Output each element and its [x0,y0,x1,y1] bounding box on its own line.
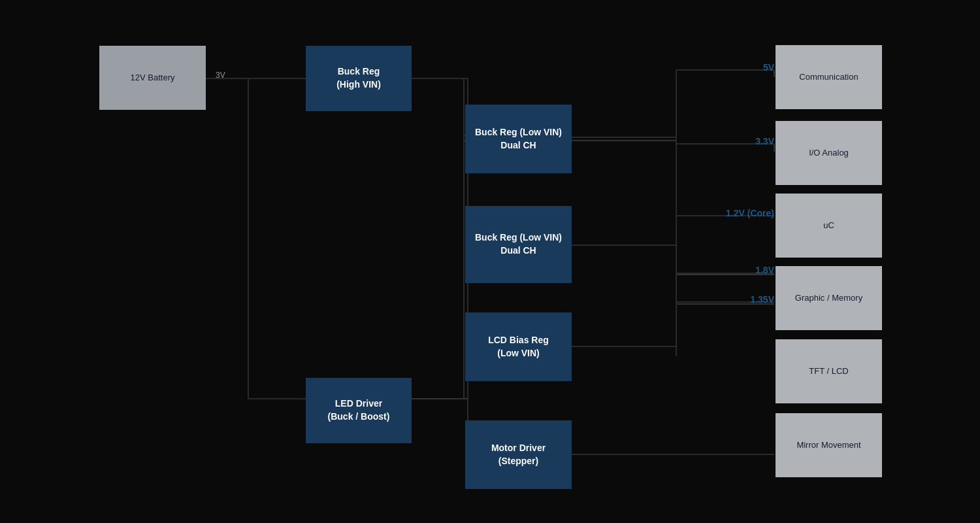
lcd-bias-box: LCD Bias Reg (Low VIN) [465,312,572,381]
io-analog-label: I/O Analog [809,147,849,159]
buck-low-1-label: Buck Reg (Low VIN) Dual CH [475,126,562,152]
led-driver-label: LED Driver (Buck / Boost) [328,397,390,423]
motor-driver-label: Motor Driver (Stepper) [491,442,546,467]
communication-output-box: Communication [776,45,882,109]
voltage-33v: 3.3V [728,136,774,146]
graphic-memory-label: Graphic / Memory [795,292,862,304]
buck-high-label: Buck Reg (High VIN) [336,65,381,91]
battery-label: 12V Battery [131,72,175,84]
led-driver-box: LED Driver (Buck / Boost) [306,378,412,443]
uc-label: uC [823,220,834,231]
voltage-18v: 1.8V [735,265,774,275]
system-diagram: 12V Battery 3V Buck Reg (High VIN) Buck … [0,0,980,523]
uc-output-box: uC [776,194,882,258]
voltage-12v-core: 1.2V (Core) [709,208,774,218]
mirror-movement-label: Mirror Movement [796,439,860,451]
motor-driver-box: Motor Driver (Stepper) [465,420,572,489]
mirror-movement-output-box: Mirror Movement [776,413,882,477]
io-analog-output-box: I/O Analog [776,121,882,185]
buck-low-2-label: Buck Reg (Low VIN) Dual CH [475,231,562,257]
voltage-5v: 5V [735,62,774,73]
tft-lcd-output-box: TFT / LCD [776,339,882,403]
buck-reg-high-vin-box: Buck Reg (High VIN) [306,46,412,111]
buck-reg-low-vin-1-box: Buck Reg (Low VIN) Dual CH [465,105,572,173]
graphic-memory-output-box: Graphic / Memory [776,266,882,330]
connector-label: 3V [216,71,225,80]
voltage-135v: 1.35V [728,294,774,305]
tft-lcd-label: TFT / LCD [809,365,848,377]
lcd-bias-label: LCD Bias Reg (Low VIN) [488,334,549,360]
battery-box: 12V Battery [99,46,206,110]
communication-label: Communication [799,71,858,83]
buck-reg-low-vin-2-box: Buck Reg (Low VIN) Dual CH [465,206,572,283]
